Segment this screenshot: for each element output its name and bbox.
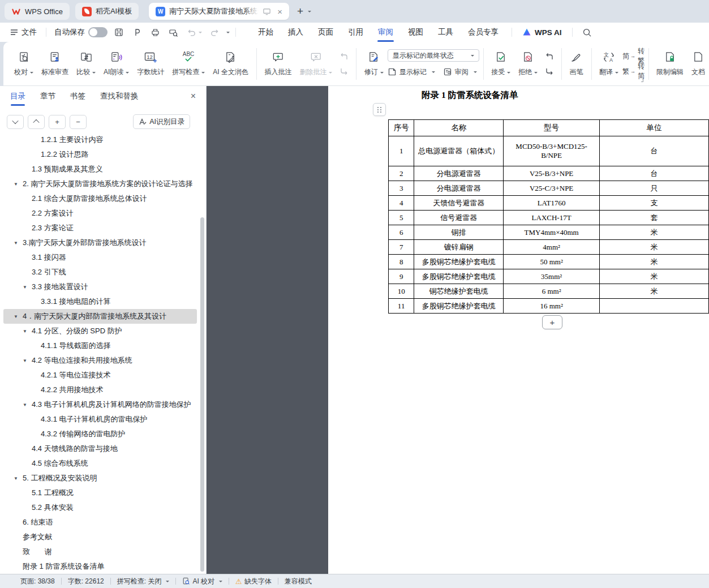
quick-access-chevron-icon[interactable] xyxy=(226,32,230,35)
table-cell[interactable]: V25-C/3+NPE xyxy=(504,181,600,196)
toc-item[interactable]: 4.3.2 传输网络的雷电防护 xyxy=(3,427,197,441)
export-pdf-button[interactable] xyxy=(128,27,146,37)
table-cell[interactable]: 信号避雷器 xyxy=(414,211,504,225)
show-markup-button[interactable]: 显示标记 xyxy=(388,66,435,78)
tab-docer-ai-templates[interactable]: 稻壳AI模板 xyxy=(75,3,139,20)
toc-previous-button[interactable] xyxy=(28,115,45,129)
menu-tab-tools[interactable]: 工具 xyxy=(431,23,461,42)
table-cell[interactable]: LAXCH-17T xyxy=(504,211,600,225)
toc-item[interactable]: 4.3.1 电子计算机机房的雷电保护 xyxy=(3,412,197,427)
table-cell[interactable]: 总电源避雷器（箱体式） xyxy=(414,136,504,166)
table-cell[interactable]: 多股铜芯绝缘护套电缆 xyxy=(414,269,504,284)
ink-brush-button[interactable]: 画笔 xyxy=(566,46,587,82)
toc-collapse-all-button[interactable]: − xyxy=(70,115,87,129)
table-cell[interactable]: 10 xyxy=(389,284,414,299)
translate-button[interactable]: 文A 翻译 xyxy=(595,46,622,82)
table-cell[interactable]: 天馈信号避雷器 xyxy=(414,196,504,211)
sidebar-tab-bookmarks[interactable]: 书签 xyxy=(70,86,85,108)
table-cell[interactable]: MCD50-B/3+MCD125-B/NPE xyxy=(504,136,600,166)
previous-revision-icon[interactable] xyxy=(544,52,555,61)
spell-check-button[interactable]: ABC 拼写检查 xyxy=(168,46,209,82)
word-count-button[interactable]: 12 字数统计 xyxy=(133,46,168,82)
table-handle-button[interactable] xyxy=(373,103,386,116)
toc-item[interactable]: 3.3.1 接地电阻的计算 xyxy=(3,294,197,309)
collapse-triangle-icon[interactable]: ▼ xyxy=(14,241,23,246)
toc-item[interactable]: 致 谢 xyxy=(3,544,197,559)
toc-item[interactable]: 6. 结束语 xyxy=(3,515,197,530)
add-table-row-button[interactable]: + xyxy=(542,315,562,329)
next-revision-icon[interactable] xyxy=(544,67,555,76)
table-cell[interactable]: 多股铜芯绝缘护套电缆 xyxy=(414,299,504,314)
table-cell[interactable]: 8 xyxy=(389,255,414,269)
toc-item[interactable]: ▼3.3 接地装置设计 xyxy=(3,280,197,294)
tab-list-chevron-icon[interactable] xyxy=(308,11,311,14)
collapse-triangle-icon[interactable]: ▼ xyxy=(23,329,32,334)
toc-item[interactable]: ▼4.1 分区、分级的 SPD 防护 xyxy=(3,324,197,338)
missing-font-warning[interactable]: ⚠缺失字体 xyxy=(235,577,272,586)
menu-tab-member[interactable]: 会员专享 xyxy=(461,23,506,42)
table-cell[interactable]: 5 xyxy=(389,211,414,225)
toc-item[interactable]: 1.2.1 主要设计内容 xyxy=(3,136,197,147)
toc-next-button[interactable] xyxy=(7,115,24,129)
menu-tab-reference[interactable]: 引用 xyxy=(341,23,371,42)
collapse-triangle-icon[interactable]: ▼ xyxy=(14,476,23,481)
toc-item[interactable]: 4.4 天馈线路的防雷与接地 xyxy=(3,441,197,456)
menu-tab-view[interactable]: 视图 xyxy=(401,23,431,42)
toc-item[interactable]: 1.2.2 设计思路 xyxy=(3,147,197,162)
review-pane-button[interactable]: 审阅 xyxy=(443,66,477,78)
toc-item[interactable]: 4.1.1 导线截面的选择 xyxy=(3,338,197,353)
collapse-triangle-icon[interactable]: ▼ xyxy=(23,285,32,290)
toc-item[interactable]: 1.3 预期成果及其意义 xyxy=(3,162,197,177)
table-cell[interactable]: TMY4mm×40mm xyxy=(504,225,600,240)
ai-proofread-status[interactable]: AI 校对 xyxy=(182,577,222,586)
toc-item[interactable]: 2.2 方案设计 xyxy=(3,206,197,221)
to-simplified-button[interactable]: 繁→ 转简 xyxy=(622,66,644,77)
table-cell[interactable]: 只 xyxy=(600,181,709,196)
spell-check-status[interactable]: 拼写检查: 关闭 xyxy=(117,577,170,586)
print-button[interactable] xyxy=(146,27,164,37)
ai-polish-button[interactable]: AI 全文润色 xyxy=(209,46,252,82)
toc-item[interactable]: ▼2. 南宁天际大厦防雷接地系统方案的设计论证与选择 xyxy=(3,177,197,191)
to-traditional-button[interactable]: 简→ 转繁 xyxy=(622,50,644,62)
toc-item[interactable]: 5.1 工程概况 xyxy=(3,486,197,500)
collapse-triangle-icon[interactable]: ▼ xyxy=(14,314,23,319)
toc-item[interactable]: 参考文献 xyxy=(3,530,197,544)
file-menu-button[interactable]: 文件 xyxy=(7,27,40,37)
autosave-toggle[interactable] xyxy=(88,27,108,37)
toc-item[interactable]: 附录 1 防雷系统设备清单 xyxy=(3,559,197,573)
toc-item[interactable]: 2.1 综合大厦防雷接地系统总体设计 xyxy=(3,191,197,206)
toc-item[interactable]: 3.1 接闪器 xyxy=(3,250,197,265)
table-cell[interactable]: 6 mm² xyxy=(504,284,600,299)
close-tab-icon[interactable]: × xyxy=(275,7,285,16)
proofread-button[interactable]: 校对 xyxy=(10,46,37,82)
toc-item[interactable]: ▼3.南宁天际大厦外部防雷接地系统设计 xyxy=(3,235,197,250)
table-cell[interactable]: 台 xyxy=(600,136,709,166)
toc-item[interactable]: ▼4.3 电子计算机机房及计算机网络的防雷接地保护 xyxy=(3,397,197,412)
table-cell[interactable]: 台 xyxy=(600,166,709,181)
accept-revision-button[interactable]: 接受 xyxy=(487,46,514,82)
track-changes-button[interactable]: 修订 xyxy=(360,46,388,82)
save-button[interactable] xyxy=(110,27,128,37)
menu-tab-review[interactable]: 审阅 xyxy=(371,23,401,42)
table-cell[interactable]: 分电源避雷器 xyxy=(414,166,504,181)
print-preview-button[interactable] xyxy=(164,27,182,37)
search-button[interactable] xyxy=(578,28,596,37)
ai-recognize-toc-button[interactable]: AI识别目录 xyxy=(133,114,190,129)
table-cell[interactable]: 多股铜芯绝缘护套电缆 xyxy=(414,255,504,269)
redo-button[interactable] xyxy=(206,27,224,37)
table-cell[interactable]: 9 xyxy=(389,269,414,284)
table-cell[interactable]: 4 xyxy=(389,196,414,211)
group-expand-icon[interactable] xyxy=(641,78,643,82)
menu-tab-home[interactable]: 开始 xyxy=(251,23,281,42)
ai-read-aloud-button[interactable]: AI朗读 xyxy=(100,46,133,82)
collapse-triangle-icon[interactable]: ▼ xyxy=(23,358,32,363)
table-cell[interactable]: 4mm² xyxy=(504,240,600,255)
tab-document[interactable]: W 南宁天际大夏防雷接地系统设 × xyxy=(149,3,289,20)
reject-revision-button[interactable]: 拒绝 xyxy=(514,46,542,82)
sidebar-scrollbar[interactable] xyxy=(200,217,204,572)
menu-tab-insert[interactable]: 插入 xyxy=(281,23,311,42)
monitor-icon[interactable] xyxy=(263,7,271,16)
table-cell[interactable]: 6 xyxy=(389,225,414,240)
table-cell[interactable]: 分电源避雷器 xyxy=(414,181,504,196)
toc-item[interactable]: 3.2 引下线 xyxy=(3,265,197,280)
